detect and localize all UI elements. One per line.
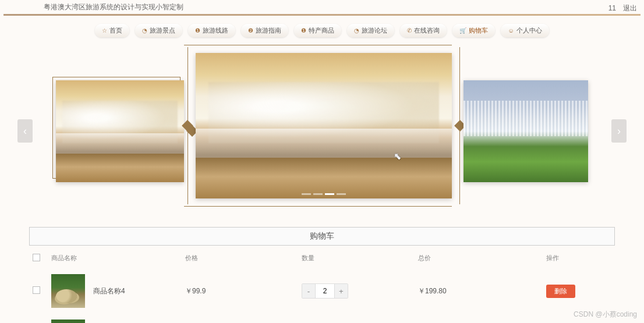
nav-label: 旅游线路: [203, 26, 228, 35]
nav-item-3[interactable]: ❷旅游指南: [241, 24, 288, 37]
carousel-slide-center[interactable]: ⬉: [196, 53, 452, 198]
select-all-checkbox[interactable]: [33, 254, 40, 261]
page-title: 粤港澳大湾区旅游系统的设计与实现小智定制: [44, 2, 183, 14]
product-total: ￥199.80: [415, 268, 543, 314]
watermark: CSDN @小蔡coding: [574, 310, 637, 320]
product-thumb[interactable]: [51, 274, 85, 308]
nav-label: 旅游论坛: [362, 26, 387, 35]
logout-link[interactable]: 退出: [623, 3, 637, 13]
cart-table: 商品名称 价格 数量 总价 操作 商品名称4￥99.9-+￥199.80删除商品…: [29, 246, 615, 323]
qty-minus[interactable]: -: [302, 284, 315, 298]
nav-icon: ❶: [301, 27, 306, 34]
nav-label: 旅游景点: [150, 26, 175, 35]
carousel-next[interactable]: ›: [611, 119, 627, 143]
nav-label: 旅游指南: [256, 26, 281, 35]
nav-item-7[interactable]: 🛒购物车: [452, 24, 495, 37]
nav-icon: ❷: [248, 27, 253, 34]
col-action: 操作: [543, 246, 615, 268]
qty-plus[interactable]: +: [335, 284, 348, 298]
nav-item-0[interactable]: ☆首页: [95, 24, 129, 37]
nav-label: 特产商品: [309, 26, 334, 35]
carousel-prev[interactable]: ‹: [17, 119, 33, 143]
col-price: 价格: [182, 246, 298, 268]
nav-icon: ◔: [354, 27, 359, 34]
product-total: ￥199.80: [415, 314, 543, 323]
nav-icon: ☺: [508, 27, 514, 34]
nav-label: 首页: [109, 26, 122, 35]
carousel-pager[interactable]: [302, 193, 346, 195]
nav-label: 个人中心: [516, 26, 542, 35]
cursor-icon: ⬉: [394, 151, 401, 162]
product-name: 商品名称4: [93, 286, 125, 296]
nav-item-2[interactable]: ❶旅游线路: [188, 24, 235, 37]
nav-item-1[interactable]: ◔旅游景点: [135, 24, 182, 37]
row-checkbox[interactable]: [33, 286, 40, 294]
qty-input[interactable]: [315, 284, 335, 298]
carousel: ‹ ⬉ ›: [23, 47, 621, 215]
nav-label: 在线咨询: [414, 26, 440, 35]
delete-button[interactable]: 删除: [546, 285, 575, 298]
carousel-slide-right[interactable]: [463, 80, 588, 182]
nav-item-8[interactable]: ☺个人中心: [501, 24, 549, 37]
nav-label: 购物车: [469, 26, 488, 35]
cart-heading: 购物车: [29, 227, 615, 246]
col-qty: 数量: [298, 246, 415, 268]
user-id[interactable]: 11: [608, 4, 616, 12]
carousel-slide-left[interactable]: [56, 80, 184, 182]
table-row: 商品名称4￥99.9-+￥199.80删除: [29, 268, 615, 314]
nav-item-5[interactable]: ◔旅游论坛: [347, 24, 394, 37]
nav-icon: 🛒: [459, 27, 466, 34]
nav-icon: ◔: [142, 27, 147, 34]
nav-icon: ☆: [102, 27, 107, 34]
col-total: 总价: [415, 246, 543, 268]
nav-item-6[interactable]: ✆在线咨询: [400, 24, 447, 37]
table-row: 商品名称6￥99.9-+￥199.80删除: [29, 314, 615, 323]
nav-item-4[interactable]: ❶特产商品: [294, 24, 341, 37]
product-price: ￥99.9: [182, 268, 298, 314]
product-price: ￥99.9: [182, 314, 298, 323]
col-name: 商品名称: [48, 246, 182, 268]
brand-divider: [3, 14, 641, 16]
product-thumb[interactable]: [51, 320, 85, 323]
nav-icon: ✆: [407, 27, 412, 34]
main-nav: ☆首页◔旅游景点❶旅游线路❷旅游指南❶特产商品◔旅游论坛✆在线咨询🛒购物车☺个人…: [0, 16, 644, 43]
nav-icon: ❶: [195, 27, 200, 34]
